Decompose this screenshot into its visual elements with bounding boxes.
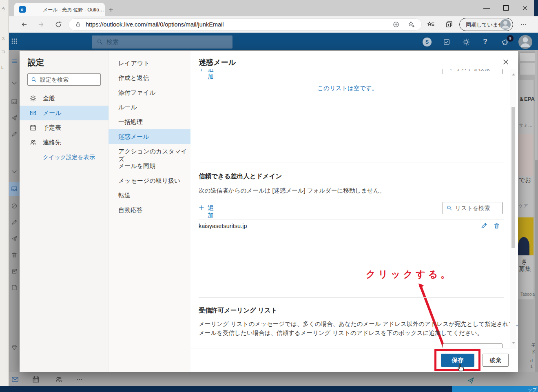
panel-title: 迷惑メール bbox=[199, 58, 236, 67]
people-module-icon[interactable] bbox=[55, 376, 62, 383]
back-icon[interactable] bbox=[20, 21, 28, 28]
bg-text-fragment: L bbox=[1, 65, 4, 70]
divider bbox=[199, 297, 504, 298]
new-tab-icon[interactable] bbox=[108, 7, 113, 12]
section-attachments[interactable]: 添付ファイル bbox=[108, 85, 190, 100]
drafts-icon[interactable] bbox=[11, 219, 18, 226]
settings-modal: 設定 設定を検索 全般 メール 予定表 連絡先 クイック設定を表示 レイアウト … bbox=[20, 51, 518, 372]
gear-icon bbox=[30, 95, 36, 102]
settings-category-calendar[interactable]: 予定表 bbox=[20, 120, 108, 135]
search-icon bbox=[447, 69, 452, 71]
mailing-lists-description-line1: メーリング リストのメッセージでは、多くの場合、あなたのメール アドレス以外のア… bbox=[199, 320, 518, 328]
empty-list-text: このリストは空です。 bbox=[190, 84, 505, 92]
sent-icon[interactable] bbox=[11, 115, 18, 121]
sent-icon[interactable] bbox=[11, 235, 18, 242]
section-auto-reply[interactable]: 自動応答 bbox=[108, 203, 190, 217]
outlook-favicon: o bbox=[19, 6, 26, 13]
maximize-button[interactable] bbox=[503, 5, 509, 11]
search-icon bbox=[97, 39, 103, 45]
trusted-list-search-input[interactable]: リストを検索 bbox=[443, 202, 503, 214]
settings-category-general[interactable]: 全般 bbox=[20, 91, 108, 106]
section-sync-email[interactable]: メールを同期 bbox=[108, 159, 190, 173]
forward-icon[interactable] bbox=[38, 21, 45, 28]
bg-text-fragment: ップ bbox=[528, 387, 537, 392]
chevron-down-icon[interactable] bbox=[11, 168, 18, 175]
hamburger-icon[interactable] bbox=[11, 58, 18, 64]
favorites-bar-icon[interactable] bbox=[427, 21, 434, 28]
premium-icon[interactable] bbox=[11, 344, 18, 351]
app-launcher-icon[interactable] bbox=[11, 38, 18, 44]
section-layout[interactable]: レイアウト bbox=[108, 56, 190, 71]
more-modules-icon[interactable] bbox=[76, 376, 83, 383]
settings-gear-icon[interactable] bbox=[463, 38, 470, 46]
bg-text-fragment: ス bbox=[1, 36, 5, 42]
ad-image-flowers bbox=[518, 134, 534, 176]
bg-fragment bbox=[520, 63, 537, 75]
bg-fragment bbox=[520, 52, 537, 61]
inbox-icon[interactable] bbox=[11, 98, 18, 105]
ad-fragment: サミ… bbox=[519, 122, 533, 128]
browser-tab[interactable]: o メール - 光男 佐野 - Outlook bbox=[14, 3, 105, 16]
background-window-bottom-blue: ップ bbox=[452, 386, 538, 392]
quick-settings-link[interactable]: クイック設定を表示 bbox=[43, 154, 95, 161]
calendar-module-icon[interactable] bbox=[32, 376, 40, 383]
section-junk-email[interactable]: 迷惑メール bbox=[108, 129, 190, 144]
section-customize-actions[interactable]: アクションのカスタマイズ bbox=[108, 144, 190, 159]
search-icon bbox=[31, 77, 37, 83]
skype-icon[interactable]: S bbox=[423, 38, 432, 47]
panel-footer: 保存 破棄 bbox=[190, 348, 518, 372]
refresh-icon[interactable] bbox=[55, 21, 62, 28]
scroll-up-arrow[interactable] bbox=[512, 73, 515, 75]
mail-icon bbox=[30, 110, 36, 116]
hand-cursor-icon bbox=[456, 362, 465, 372]
inbox-selected-icon[interactable] bbox=[11, 186, 18, 192]
settings-category-people[interactable]: 連絡先 bbox=[20, 135, 108, 150]
archive-icon[interactable] bbox=[11, 268, 18, 275]
ad-fragment: ＆EPA bbox=[519, 95, 535, 103]
section-rules[interactable]: ルール bbox=[108, 100, 190, 115]
search-icon bbox=[447, 205, 452, 211]
edit-pencil-icon[interactable] bbox=[480, 222, 487, 229]
todo-icon[interactable] bbox=[443, 38, 450, 46]
section-forwarding[interactable]: 転送 bbox=[108, 188, 190, 203]
window-close-icon[interactable] bbox=[522, 5, 528, 11]
chevron-down-icon[interactable] bbox=[11, 80, 18, 86]
mail-module-icon[interactable] bbox=[11, 376, 19, 383]
drafts-icon[interactable] bbox=[11, 131, 18, 137]
delete-trash-icon[interactable] bbox=[493, 222, 500, 229]
add-favorite-icon[interactable] bbox=[408, 21, 415, 28]
collections-icon[interactable] bbox=[445, 21, 453, 28]
bg-fragment: d bbox=[530, 358, 533, 363]
discard-button[interactable]: 破棄 bbox=[483, 354, 509, 367]
settings-search-input[interactable]: 設定を検索 bbox=[27, 73, 101, 86]
notes-icon[interactable] bbox=[11, 284, 18, 291]
plus-icon bbox=[199, 205, 204, 210]
help-icon[interactable]: ? bbox=[483, 38, 487, 46]
outlook-suite-header bbox=[9, 33, 538, 50]
mailing-list-search-input[interactable] bbox=[443, 343, 503, 348]
settings-category-mail[interactable]: メール bbox=[20, 106, 108, 120]
trusted-senders-description: 次の送信者からのメールは [迷惑メール] フォルダーに移動しません。 bbox=[199, 187, 385, 195]
suite-search-input[interactable]: 検索 bbox=[92, 35, 232, 49]
plus-icon bbox=[199, 69, 204, 72]
junk-icon[interactable] bbox=[11, 203, 18, 209]
panel-scrollbar-thumb[interactable] bbox=[511, 107, 515, 248]
section-message-handling[interactable]: メッセージの取り扱い bbox=[108, 173, 190, 188]
section-compose-reply[interactable]: 作成と返信 bbox=[108, 71, 190, 85]
close-icon[interactable] bbox=[503, 59, 509, 65]
scroll-down-arrow[interactable] bbox=[512, 342, 515, 344]
page-scrollbar-thumb[interactable] bbox=[535, 50, 538, 160]
section-sweep[interactable]: 一括処理 bbox=[108, 115, 190, 129]
mail-bottom-bar bbox=[9, 372, 538, 386]
tab-close-icon[interactable] bbox=[93, 8, 97, 12]
account-avatar[interactable] bbox=[518, 35, 532, 49]
blocked-list-search-input[interactable]: リストを検索 bbox=[443, 69, 503, 74]
junk-mail-panel-content: 追加 リストを検索 このリストは空です。 信頼できる差出人とドメイン 次の送信者… bbox=[190, 69, 518, 348]
mailing-lists-description-line2: メールを受信したい場合は、信頼するメーリング リストのアドレスを下のボックスに追… bbox=[199, 329, 483, 337]
send-icon bbox=[467, 377, 474, 384]
media-control-icon[interactable] bbox=[393, 21, 399, 28]
browser-menu-icon[interactable] bbox=[520, 21, 527, 28]
minimize-button[interactable] bbox=[483, 8, 490, 9]
ad-figure bbox=[518, 237, 529, 255]
deleted-icon[interactable] bbox=[11, 252, 18, 258]
